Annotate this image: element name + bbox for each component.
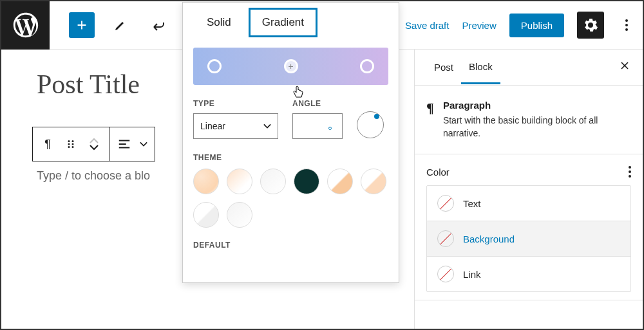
chevron-down-icon: [90, 144, 99, 151]
undo-button[interactable]: [146, 12, 172, 38]
gradient-bar[interactable]: +: [193, 48, 388, 85]
color-item-text[interactable]: Text: [427, 186, 630, 221]
gradient-type-value: Linear: [200, 121, 225, 131]
color-item-label: Background: [463, 234, 515, 244]
plus-icon: [75, 18, 89, 32]
swatch-theme-6[interactable]: [361, 169, 386, 194]
none-swatch-icon: [437, 230, 454, 247]
color-item-link[interactable]: Link: [427, 256, 630, 291]
block-toolbar: ¶: [32, 127, 155, 161]
color-section-title: Color: [426, 167, 450, 178]
gradient-stop-right[interactable]: [360, 59, 374, 73]
swatch-theme-2[interactable]: [227, 169, 252, 194]
angle-label: ANGLE: [292, 99, 343, 108]
gear-icon: [583, 17, 598, 33]
wp-logo[interactable]: [1, 1, 50, 50]
block-move-arrows[interactable]: [84, 134, 104, 154]
gradient-add-stop[interactable]: +: [284, 59, 298, 73]
more-options-button[interactable]: [617, 12, 636, 39]
topbar-right-actions: Save draft Preview Publish: [405, 12, 643, 39]
block-paragraph-icon[interactable]: ¶: [38, 134, 57, 154]
gradient-type-select[interactable]: Linear: [193, 113, 278, 139]
angle-dial[interactable]: [357, 111, 384, 138]
svg-point-0: [68, 140, 70, 142]
block-info: ¶ Paragraph Start with the basic buildin…: [415, 86, 643, 154]
kebab-icon: [629, 166, 631, 178]
block-name: Paragraph: [443, 100, 631, 111]
swatch-theme-1[interactable]: [193, 169, 219, 194]
chevron-up-icon: [90, 138, 99, 144]
color-section-more-button[interactable]: [629, 166, 631, 178]
type-label: TYPE: [193, 99, 278, 108]
align-left-icon: [117, 137, 131, 151]
undo-icon: [151, 17, 167, 33]
color-popover-tabs: Solid Gradient: [193, 8, 388, 37]
save-draft-button[interactable]: Save draft: [405, 20, 449, 31]
align-dropdown[interactable]: [138, 134, 149, 154]
kebab-icon: [625, 19, 628, 31]
color-section: Color Text Background Link: [415, 154, 643, 300]
gradient-stop-left[interactable]: [207, 59, 222, 73]
swatch-theme-8[interactable]: [227, 202, 252, 228]
none-swatch-icon: [437, 266, 454, 282]
tab-block[interactable]: Block: [461, 51, 500, 84]
settings-sidebar: Post Block ¶ Paragraph Start with the ba…: [414, 50, 643, 329]
svg-point-3: [72, 143, 74, 145]
align-button[interactable]: [115, 134, 134, 154]
swatch-theme-4[interactable]: [294, 169, 319, 194]
svg-point-5: [72, 146, 74, 148]
color-popover: Solid Gradient + TYPE Linear ANGLE: [182, 2, 399, 283]
edit-tool-button[interactable]: [108, 12, 133, 38]
block-drag-handle[interactable]: [61, 134, 80, 154]
block-description: Start with the basic building block of a…: [443, 115, 631, 140]
swatch-theme-5[interactable]: [327, 169, 353, 194]
add-block-button[interactable]: [69, 12, 95, 38]
pencil-icon: [113, 17, 128, 33]
paragraph-icon: ¶: [426, 100, 434, 140]
close-sidebar-button[interactable]: [618, 59, 631, 76]
drag-icon: [65, 138, 77, 150]
publish-button[interactable]: Publish: [509, 14, 564, 37]
swatch-theme-3[interactable]: [260, 169, 286, 194]
default-label: DEFAULT: [193, 241, 388, 250]
theme-label: THEME: [193, 153, 388, 162]
svg-point-2: [68, 143, 70, 145]
chevron-down-icon: [263, 124, 271, 129]
close-icon: [618, 59, 631, 72]
color-item-label: Link: [463, 269, 481, 280]
theme-swatches: [193, 169, 388, 228]
tab-gradient[interactable]: Gradient: [249, 8, 317, 37]
swatch-theme-7[interactable]: [193, 202, 219, 228]
none-swatch-icon: [437, 195, 454, 212]
color-item-background[interactable]: Background: [427, 221, 630, 256]
settings-button[interactable]: [577, 12, 604, 39]
chevron-down-icon: [140, 142, 147, 147]
svg-point-4: [68, 146, 70, 148]
sidebar-tabs: Post Block: [415, 50, 643, 86]
angle-input[interactable]: [292, 113, 343, 139]
preview-button[interactable]: Preview: [462, 20, 496, 31]
tab-post[interactable]: Post: [426, 51, 461, 83]
wordpress-icon: [11, 10, 41, 40]
color-item-label: Text: [463, 198, 481, 209]
tab-solid[interactable]: Solid: [193, 8, 245, 37]
svg-point-1: [72, 140, 74, 142]
